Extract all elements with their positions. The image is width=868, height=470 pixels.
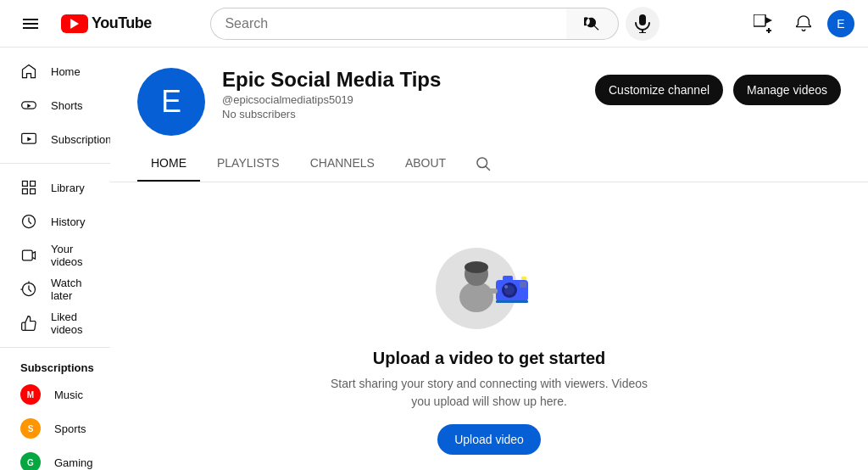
svg-rect-3 <box>639 14 646 25</box>
channel-actions: Customize channel Manage videos <box>595 68 841 105</box>
sidebar-item-shorts[interactable]: Shorts <box>7 88 103 122</box>
mic-icon <box>635 14 650 33</box>
tab-search-button[interactable] <box>470 150 497 177</box>
empty-state: Upload a video to get started Start shar… <box>110 182 868 470</box>
watch-later-icon <box>20 281 37 298</box>
svg-rect-6 <box>754 14 765 26</box>
layout: Home Shorts Subscriptions Library <box>0 48 868 470</box>
svg-rect-12 <box>31 182 36 187</box>
svg-rect-14 <box>31 189 36 194</box>
search-icon <box>584 15 601 32</box>
svg-rect-16 <box>23 250 33 260</box>
yt-logo-icon <box>61 14 88 33</box>
sidebar-divider-2 <box>0 347 110 348</box>
svg-rect-43 <box>503 276 513 281</box>
sidebar-label-your-videos: Your videos <box>51 243 90 268</box>
svg-point-48 <box>504 285 508 288</box>
sidebar-item-home[interactable]: Home <box>7 54 103 88</box>
notification-button[interactable] <box>787 7 821 41</box>
svg-rect-0 <box>23 19 38 20</box>
sidebar-label-library: Library <box>51 182 85 194</box>
sidebar-item-your-videos[interactable]: Your videos <box>7 238 103 272</box>
yt-logo-text: YouTube <box>92 14 152 32</box>
sidebar-label-music-sub: Music <box>54 389 83 401</box>
sidebar-item-liked-videos[interactable]: Liked videos <box>7 306 103 340</box>
gaming-sub-icon: G <box>20 452 41 470</box>
svg-rect-5 <box>639 32 646 33</box>
search-input[interactable] <box>210 8 566 40</box>
svg-point-37 <box>459 282 493 312</box>
channel-avatar: E <box>137 68 205 136</box>
sidebar-label-liked-videos: Liked videos <box>51 311 90 336</box>
sidebar-item-sports-sub[interactable]: S Sports <box>7 411 103 445</box>
customize-channel-button[interactable]: Customize channel <box>595 75 723 105</box>
library-icon <box>20 179 37 196</box>
sidebar-label-sports-sub: Sports <box>54 422 86 435</box>
sidebar-item-library[interactable]: Library <box>7 171 103 204</box>
sports-sub-icon: S <box>20 418 41 439</box>
home-icon <box>20 63 37 80</box>
header: YouTube <box>0 0 868 48</box>
search-button[interactable] <box>566 8 619 40</box>
sidebar-label-home: Home <box>51 65 81 78</box>
user-avatar[interactable]: E <box>827 10 854 37</box>
upload-illustration <box>421 233 557 335</box>
manage-videos-button[interactable]: Manage videos <box>733 75 841 105</box>
svg-point-39 <box>465 261 488 273</box>
music-sub-icon: M <box>20 384 41 405</box>
notification-icon <box>794 14 813 33</box>
sidebar-label-watch-later: Watch later <box>51 277 90 302</box>
history-icon <box>20 213 37 230</box>
svg-rect-47 <box>487 288 498 294</box>
tab-channels[interactable]: CHANNELS <box>297 146 388 182</box>
svg-rect-2 <box>23 27 38 29</box>
channel-details: Epic Social Media Tips @epicsocialmediat… <box>222 68 578 120</box>
sidebar-label-shorts: Shorts <box>51 99 83 112</box>
sidebar-item-watch-later[interactable]: Watch later <box>7 272 103 306</box>
shorts-icon <box>20 97 37 114</box>
sidebar-item-music-sub[interactable]: M Music <box>7 378 103 411</box>
sidebar-label-history: History <box>51 215 85 228</box>
sidebar-divider-1 <box>0 163 110 164</box>
liked-videos-icon <box>20 315 37 332</box>
sidebar-label-gaming-sub: Gaming <box>54 456 93 469</box>
sidebar: Home Shorts Subscriptions Library <box>0 48 110 470</box>
channel-subscribers: No subscribers <box>222 108 578 120</box>
channel-name: Epic Social Media Tips <box>222 68 578 92</box>
subscriptions-section-title: Subscriptions <box>0 355 110 378</box>
svg-rect-44 <box>521 277 526 280</box>
sidebar-label-subscriptions: Subscriptions <box>51 133 110 146</box>
svg-marker-7 <box>765 17 772 24</box>
create-icon <box>754 14 772 33</box>
sidebar-item-subscriptions[interactable]: Subscriptions <box>7 122 103 156</box>
tab-about[interactable]: ABOUT <box>392 146 459 182</box>
your-videos-icon <box>20 247 37 264</box>
tab-search-icon <box>475 155 492 172</box>
search-bar <box>210 8 619 40</box>
channel-info: E Epic Social Media Tips @epicsocialmedi… <box>110 48 868 136</box>
youtube-logo[interactable]: YouTube <box>61 14 152 33</box>
main-content: E Epic Social Media Tips @epicsocialmedi… <box>110 48 868 470</box>
header-right: E <box>719 7 854 41</box>
tab-playlists[interactable]: PLAYLISTS <box>203 146 293 182</box>
header-left: YouTube <box>14 7 152 41</box>
channel-handle: @epicsocialmediatips5019 <box>222 93 578 106</box>
mic-button[interactable] <box>626 7 659 41</box>
hamburger-icon <box>23 19 38 29</box>
subscriptions-icon <box>20 131 37 148</box>
sidebar-item-history[interactable]: History <box>7 204 103 238</box>
create-button[interactable] <box>746 7 780 41</box>
tab-home[interactable]: HOME <box>137 146 200 182</box>
svg-rect-46 <box>496 300 528 303</box>
svg-rect-11 <box>23 182 28 187</box>
empty-state-description: Start sharing your story and connecting … <box>320 375 659 411</box>
svg-rect-1 <box>23 23 38 25</box>
svg-rect-13 <box>23 189 28 194</box>
header-center <box>152 7 719 41</box>
hamburger-button[interactable] <box>14 7 47 41</box>
channel-tabs: HOME PLAYLISTS CHANNELS ABOUT <box>110 146 868 182</box>
svg-rect-45 <box>520 282 526 288</box>
upload-video-button[interactable]: Upload video <box>437 424 541 455</box>
svg-line-35 <box>486 166 490 171</box>
sidebar-item-gaming-sub[interactable]: G Gaming <box>7 445 103 470</box>
